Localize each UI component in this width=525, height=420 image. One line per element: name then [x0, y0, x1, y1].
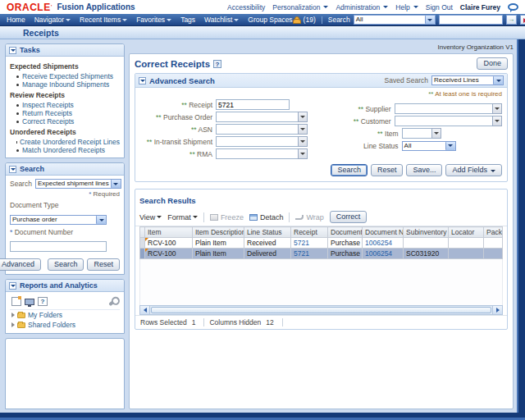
- cell-document-number-link[interactable]: 1006254: [363, 249, 404, 259]
- chevron-down-icon[interactable]: [493, 76, 503, 84]
- chevron-down-icon[interactable]: [431, 128, 441, 139]
- chevron-down-icon[interactable]: [298, 124, 308, 135]
- collapse-icon[interactable]: [9, 166, 16, 173]
- nav-navigator[interactable]: Navigator: [34, 16, 71, 24]
- format-menu[interactable]: Format: [167, 213, 198, 221]
- go-arrow-icon[interactable]: →: [506, 15, 517, 25]
- watchlist-badge[interactable]: (19): [304, 16, 316, 24]
- asn-lov[interactable]: [216, 124, 308, 135]
- search-button[interactable]: Search: [331, 164, 368, 176]
- help-icon[interactable]: ?: [213, 60, 221, 68]
- sidebar-reset-button[interactable]: Reset: [87, 258, 120, 271]
- cell-subinventory[interactable]: [404, 238, 449, 249]
- customer-lov[interactable]: [395, 116, 502, 126]
- cell-document-type[interactable]: Purchase order: [328, 238, 363, 249]
- cell-receipt-link[interactable]: 5721: [291, 238, 328, 249]
- chevron-down-icon[interactable]: [96, 216, 106, 224]
- nav-watchlist[interactable]: Watchlist: [204, 16, 239, 24]
- task-link-return-receipts[interactable]: Return Receipts: [10, 109, 120, 117]
- cell-document-number-link[interactable]: 1006254: [363, 238, 404, 249]
- chevron-down-icon[interactable]: [111, 180, 121, 188]
- nav-favorites[interactable]: Favorites: [136, 16, 171, 24]
- chevron-down-icon[interactable]: [425, 16, 435, 24]
- add-fields-button[interactable]: Add Fields: [445, 164, 502, 176]
- link-help[interactable]: Help: [395, 3, 418, 11]
- chevron-down-icon[interactable]: [492, 116, 502, 126]
- cell-receipt-link[interactable]: 5721: [291, 249, 328, 259]
- save-button[interactable]: Save...: [406, 164, 442, 176]
- link-sign-out[interactable]: Sign Out: [426, 3, 453, 11]
- nav-tags[interactable]: Tags: [180, 16, 195, 24]
- cell-line-status[interactable]: Delivered: [244, 249, 291, 259]
- collapse-icon[interactable]: [9, 47, 16, 54]
- in-transit-shipment-lov[interactable]: [216, 136, 308, 147]
- person-icon[interactable]: [293, 16, 300, 24]
- expand-triangle-icon[interactable]: [11, 322, 15, 327]
- correct-button[interactable]: Correct: [330, 211, 368, 223]
- help-icon[interactable]: ?: [38, 297, 48, 306]
- advanced-search-icon[interactable]: [520, 15, 525, 25]
- table-row-selected[interactable]: RCV-100 Plain Item Delivered 5721 Purcha…: [140, 249, 503, 259]
- chevron-down-icon[interactable]: [298, 148, 308, 159]
- expand-triangle-icon[interactable]: [11, 313, 15, 317]
- catalog-icon[interactable]: [25, 299, 34, 305]
- reset-button[interactable]: Reset: [371, 164, 404, 176]
- line-status-select[interactable]: All: [402, 141, 456, 151]
- purchase-order-lov[interactable]: [216, 112, 308, 122]
- task-link-inspect-receipts[interactable]: Inspect Receipts: [10, 101, 120, 109]
- chevron-down-icon[interactable]: [298, 112, 308, 122]
- table-row[interactable]: RCV-100 Plain Item Received 5721 Purchas…: [140, 238, 503, 249]
- link-personalization[interactable]: Personalization: [272, 3, 328, 11]
- chevron-down-icon[interactable]: [492, 103, 502, 114]
- search-type-select[interactable]: Expected shipment lines: [35, 179, 121, 189]
- document-number-input[interactable]: [10, 241, 107, 252]
- item-lov[interactable]: [402, 128, 441, 139]
- chat-bubble-icon[interactable]: [508, 3, 518, 11]
- cell-item[interactable]: RCV-100: [145, 249, 193, 259]
- column-header-document-type[interactable]: Document Type: [328, 227, 363, 238]
- cell-item[interactable]: RCV-100: [145, 238, 193, 249]
- column-header-subinventory[interactable]: Subinventory: [404, 227, 449, 238]
- task-link-manage-inbound-shipments[interactable]: Manage Inbound Shipments: [10, 80, 120, 89]
- cell-document-type[interactable]: Purchase order: [328, 249, 363, 259]
- cell-packing[interactable]: [484, 249, 503, 259]
- task-link-match-unordered-receipts[interactable]: Match Unordered Receipts: [10, 146, 120, 154]
- nav-group-spaces[interactable]: Group Spaces: [248, 16, 292, 24]
- scroll-right-icon[interactable]: [492, 306, 502, 314]
- receipt-input[interactable]: [216, 99, 290, 110]
- cell-item-description[interactable]: Plain Item: [193, 238, 244, 249]
- horizontal-scrollbar[interactable]: [139, 305, 503, 315]
- supplier-lov[interactable]: [395, 103, 502, 114]
- collapse-icon[interactable]: [139, 77, 146, 84]
- sidebar-search-button[interactable]: Search: [48, 258, 84, 271]
- column-header-packing[interactable]: Packing: [484, 227, 503, 238]
- cell-locator[interactable]: [449, 238, 484, 249]
- cell-line-status[interactable]: Received: [244, 238, 291, 249]
- column-header-document-number[interactable]: Document Number: [363, 227, 404, 238]
- column-header-item-description[interactable]: Item Description: [193, 227, 244, 238]
- column-header-line-status[interactable]: Line Status: [244, 227, 291, 238]
- search-scope-select[interactable]: All: [354, 15, 436, 25]
- scroll-left-icon[interactable]: [140, 306, 150, 314]
- folder-my-folders[interactable]: My Folders: [10, 310, 120, 320]
- column-header-item[interactable]: Item: [145, 227, 193, 238]
- link-accessibility[interactable]: Accessibility: [227, 3, 265, 11]
- task-link-receive-expected-shipments[interactable]: Receive Expected Shipments: [10, 72, 120, 80]
- document-type-select[interactable]: Purchase order: [10, 215, 107, 225]
- cell-packing[interactable]: [484, 238, 503, 249]
- task-link-correct-receipts[interactable]: Correct Receipts: [10, 117, 120, 126]
- scrollbar-thumb[interactable]: [151, 307, 491, 313]
- chevron-down-icon[interactable]: [298, 136, 308, 147]
- column-header-receipt[interactable]: Receipt: [291, 227, 328, 238]
- new-report-icon[interactable]: [11, 297, 21, 306]
- cell-locator[interactable]: [449, 249, 484, 259]
- column-header-locator[interactable]: Locator: [449, 227, 484, 238]
- view-menu[interactable]: View: [139, 213, 162, 221]
- wrench-icon[interactable]: [108, 297, 118, 306]
- collapse-icon[interactable]: [9, 282, 16, 290]
- folder-shared-folders[interactable]: Shared Folders: [10, 320, 120, 330]
- advanced-button[interactable]: Advanced: [0, 258, 41, 271]
- link-administration[interactable]: Administration: [336, 3, 388, 11]
- rma-lov[interactable]: [216, 148, 308, 159]
- global-search-input[interactable]: [439, 15, 503, 25]
